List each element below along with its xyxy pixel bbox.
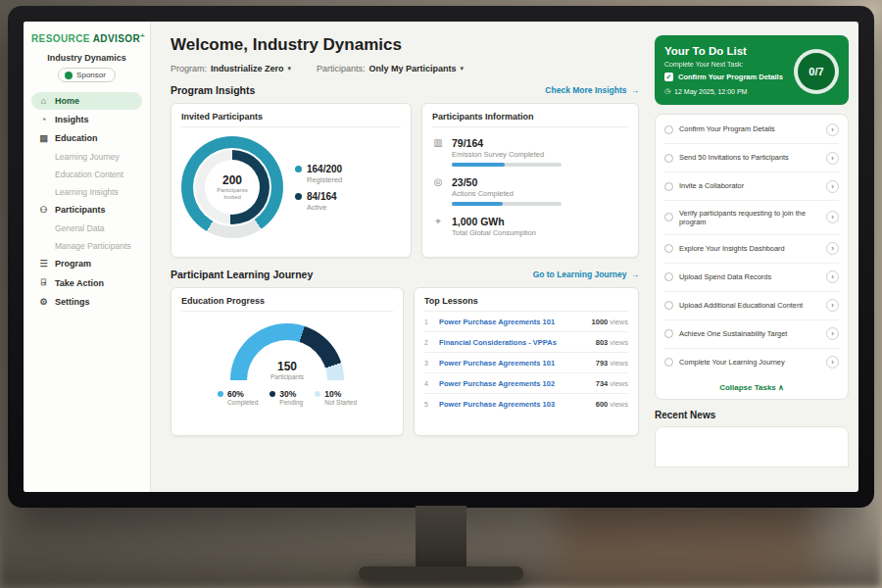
stat-value: 79/164 [452, 137, 562, 149]
monitor-bezel: RESOURCE ADVISOR+ Industry Dynamics Spon… [8, 6, 874, 508]
checkbox-icon[interactable] [664, 244, 673, 253]
task-row[interactable]: Upload Additional Educational Content› [664, 292, 839, 320]
task-row[interactable]: Invite a Collaborator› [664, 172, 839, 201]
sidebar-item-participants[interactable]: ⚇Participants [31, 201, 142, 219]
lesson-views: 793views [596, 359, 628, 368]
sidebar-item-manage-participants[interactable]: Manage Participants [31, 237, 142, 254]
sidebar-item-education-content[interactable]: Education Content [31, 166, 142, 182]
checkbox-icon[interactable] [664, 182, 673, 191]
progress-bar-fill [452, 163, 505, 167]
recent-news-card [655, 426, 849, 467]
chevron-right-icon[interactable]: › [826, 270, 839, 283]
legend-value: 30% [279, 389, 303, 399]
home-icon: ⌂ [38, 96, 49, 106]
lesson-views: 600views [596, 400, 628, 409]
task-row[interactable]: Verify participants requesting to join t… [664, 201, 839, 235]
legend-item-registered: 164/200 Registered [295, 164, 342, 184]
collapse-tasks-button[interactable]: Collapse Tasks ∧ [664, 376, 839, 398]
task-label: Explore Your Insights Dashboard [679, 244, 820, 253]
todo-progress-ring: 0/7 [794, 49, 839, 94]
stat-value: 1,000 GWh [452, 216, 536, 227]
program-filter[interactable]: Program: Industrialize Zero ▾ [171, 64, 291, 74]
participants-information-card: Participants Information ▥ 79/164 Emissi… [421, 103, 639, 258]
lesson-link[interactable]: Financial Considerations - VPPAs [439, 338, 590, 347]
checkbox-icon[interactable] [664, 213, 673, 221]
chevron-right-icon[interactable]: › [826, 327, 839, 340]
task-row[interactable]: Confirm Your Program Details› [664, 116, 839, 144]
recent-news-title: Recent News [655, 410, 849, 420]
task-row[interactable]: Upload Spend Data Records› [664, 264, 839, 292]
checkbox-icon[interactable] [664, 154, 673, 163]
monitor-stand-base [359, 566, 523, 580]
gauge-legend: 60% Completed 30% Pending [181, 389, 393, 406]
link-label: Check More Insights [545, 85, 626, 95]
todo-next-task[interactable]: ✓ Confirm Your Program Details [664, 73, 792, 81]
lesson-rank: 2 [424, 339, 433, 346]
lesson-views: 734views [596, 379, 628, 388]
sidebar-item-general-data[interactable]: General Data [31, 220, 142, 236]
logo-secondary: ADVISOR [93, 33, 140, 44]
chevron-right-icon[interactable]: › [826, 180, 839, 193]
todo-header-card: Your To Do List Complete Your Next Task:… [655, 35, 849, 105]
participants-filter[interactable]: Participants: Only My Participants ▾ [317, 64, 464, 74]
todo-due-label: 12 May 2025, 12:00 PM [674, 88, 747, 95]
checkbox-icon[interactable] [664, 125, 673, 134]
checkbox-checked-icon[interactable]: ✓ [664, 73, 673, 81]
go-to-learning-journey-link[interactable]: Go to Learning Journey→ [533, 270, 639, 279]
chevron-right-icon[interactable]: › [826, 356, 839, 368]
legend-dot [218, 391, 223, 397]
take-action-icon: ⍈ [38, 277, 49, 288]
sidebar-item-take-action[interactable]: ⍈Take Action [31, 273, 142, 292]
lesson-rank: 1 [424, 318, 433, 325]
task-row[interactable]: Complete Your Learning Journey› [664, 349, 839, 376]
chevron-right-icon[interactable]: › [826, 299, 839, 312]
legend-dot [295, 166, 302, 172]
checkbox-icon[interactable] [664, 358, 673, 367]
legend-value: 164/200 [307, 164, 342, 174]
legend-value: 84/164 [307, 191, 337, 202]
sidebar-item-education[interactable]: ▤Education [31, 129, 142, 147]
sidebar-item-insights[interactable]: ◔Insights [31, 111, 142, 128]
gauge-center-value: 150 [230, 360, 344, 373]
invited-participants-donut-chart: 200 Participants Invited [181, 136, 283, 238]
task-row[interactable]: Achieve One Sustainability Target› [664, 320, 839, 349]
sidebar-item-settings[interactable]: ⚙Settings [31, 293, 142, 311]
stat-label: Emission Survey Completed [452, 150, 562, 159]
chevron-right-icon[interactable]: › [826, 123, 839, 136]
lesson-link[interactable]: Power Purchase Agreements 102 [439, 379, 590, 388]
task-label: Upload Additional Educational Content [679, 301, 820, 310]
todo-next-task-label: Confirm Your Program Details [678, 73, 783, 81]
progress-bar [452, 202, 562, 206]
sidebar-item-home[interactable]: ⌂Home [31, 92, 142, 110]
lesson-link[interactable]: Power Purchase Agreements 101 [439, 359, 590, 368]
task-row[interactable]: Explore Your Insights Dashboard› [664, 235, 839, 264]
lesson-link[interactable]: Power Purchase Agreements 101 [439, 318, 586, 326]
task-label: Achieve One Sustainability Target [679, 329, 820, 338]
task-row[interactable]: Send 50 Invitations to Participants› [664, 144, 839, 172]
sponsor-badge[interactable]: Sponsor [58, 68, 116, 82]
lesson-link[interactable]: Power Purchase Agreements 103 [439, 400, 590, 409]
sponsor-icon [65, 72, 73, 79]
sidebar-item-program[interactable]: ☰Program [31, 255, 142, 272]
survey-icon: ▥ [432, 137, 444, 148]
sidebar-item-learning-insights[interactable]: Learning Insights [31, 183, 142, 200]
app-logo: RESOURCE ADVISOR+ [31, 31, 142, 44]
invited-participants-card: Invited Participants 200 Participants In… [171, 103, 412, 258]
sidebar-item-learning-journey[interactable]: Learning Journey [31, 148, 142, 165]
donut-center-label: Participants Invited [213, 187, 252, 201]
check-more-insights-link[interactable]: Check More Insights→ [545, 85, 639, 95]
checkbox-icon[interactable] [664, 301, 673, 310]
learning-journey-cards: Education Progress 150 Participants [171, 287, 639, 436]
monitor-stand [416, 506, 466, 568]
task-label: Confirm Your Program Details [679, 124, 820, 133]
chevron-right-icon[interactable]: › [826, 211, 839, 223]
participants-icon: ⚇ [38, 205, 49, 215]
checkbox-icon[interactable] [664, 272, 673, 281]
chevron-down-icon: ▾ [461, 65, 465, 73]
card-title: Participants Information [432, 112, 628, 127]
sidebar-item-label: Take Action [55, 278, 104, 288]
chevron-right-icon[interactable]: › [826, 242, 839, 255]
lesson-row: 2 Financial Considerations - VPPAs 803vi… [424, 332, 628, 353]
chevron-right-icon[interactable]: › [826, 152, 839, 165]
checkbox-icon[interactable] [664, 329, 673, 338]
